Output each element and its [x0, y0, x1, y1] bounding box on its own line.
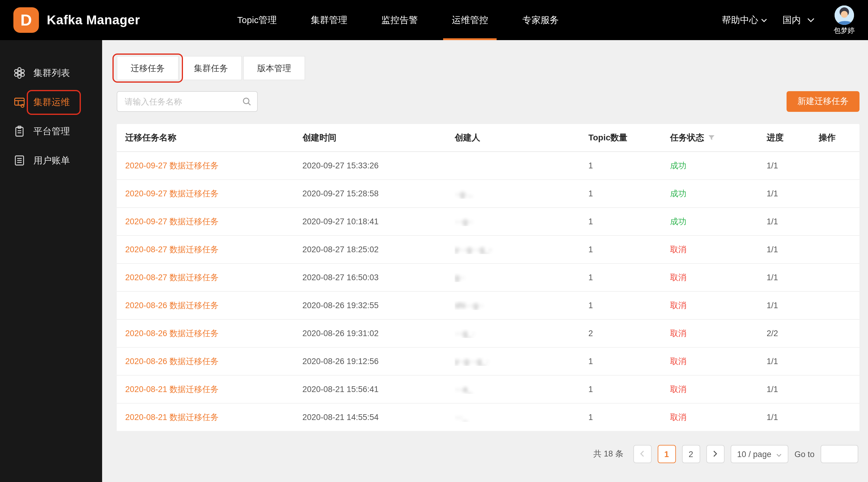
creator-masked-text: y··g···g_·	[455, 357, 489, 366]
task-name-link[interactable]: 2020-09-27 数据迁移任务	[125, 188, 219, 199]
created-time-cell: 2020-08-26 19:12:56	[302, 357, 455, 366]
tab-label: 迁移任务	[131, 63, 165, 73]
topic-count-cell: 1	[588, 413, 670, 422]
sidebar-item-label: 集群运维	[33, 96, 70, 108]
creator-masked-text: y···g···g_-	[455, 245, 492, 254]
progress-cell: 1/1	[767, 161, 818, 170]
sidebar-item-cluster-list[interactable]: 集群列表	[0, 58, 102, 88]
column-header-creator: 创建人	[455, 132, 588, 143]
column-header-topic-count: Topic数量	[588, 132, 670, 143]
main-content: 迁移任务 集群任务 版本管理 新建迁移任务	[102, 40, 868, 482]
nav-topic-management[interactable]: Topic管理	[220, 0, 294, 40]
help-center-link[interactable]: 帮助中心	[722, 14, 767, 26]
brand: D Kafka Manager	[13, 7, 140, 33]
created-time-cell: 2020-08-26 19:31:02	[302, 329, 455, 338]
region-selector[interactable]: 国内	[783, 14, 814, 26]
pagination-next-button[interactable]	[706, 445, 724, 463]
status-cell: 取消	[670, 356, 767, 367]
creator-masked-text: shi···g··	[455, 301, 484, 310]
pagination-prev-button[interactable]	[633, 445, 651, 463]
clipboard-icon	[13, 125, 26, 137]
user-avatar	[835, 5, 854, 25]
task-name-link[interactable]: 2020-08-21 数据迁移任务	[125, 412, 219, 423]
app-title: Kafka Manager	[47, 13, 140, 27]
region-label: 国内	[783, 14, 801, 26]
created-time-cell: 2020-09-27 15:28:58	[302, 189, 455, 198]
sidebar-item-user-billing[interactable]: 用户账单	[0, 146, 102, 175]
sidebar-item-platform-management[interactable]: 平台管理	[0, 117, 102, 146]
search-input[interactable]	[117, 91, 258, 112]
chevron-down-icon	[776, 449, 782, 459]
nav-cluster-management[interactable]: 集群管理	[294, 0, 364, 40]
user-profile[interactable]: 包梦婷	[834, 5, 855, 35]
nav-expert-service[interactable]: 专家服务	[505, 0, 576, 40]
help-center-label: 帮助中心	[722, 14, 758, 26]
status-badge: 成功	[670, 160, 687, 171]
task-name-link[interactable]: 2020-09-27 数据迁移任务	[125, 160, 219, 171]
tab-migration-tasks[interactable]: 迁移任务	[117, 56, 179, 80]
creator-masked-text: g··	[455, 273, 465, 282]
status-badge: 成功	[670, 216, 687, 227]
column-header-label: 任务状态	[670, 132, 704, 143]
created-time-cell: 2020-08-27 18:25:02	[302, 245, 455, 254]
status-badge: 取消	[670, 356, 687, 367]
progress-cell: 1/1	[767, 273, 818, 282]
new-migration-task-button[interactable]: 新建迁移任务	[786, 91, 860, 112]
tab-label: 集群任务	[194, 63, 228, 73]
search-icon[interactable]	[242, 97, 252, 109]
topic-count-cell: 1	[588, 161, 670, 170]
table-row: 2020-08-26 数据迁移任务 2020-08-26 19:32:55 sh…	[117, 292, 860, 320]
goto-label: Go to	[795, 449, 814, 459]
task-name-link[interactable]: 2020-08-27 数据迁移任务	[125, 272, 219, 283]
task-name-link[interactable]: 2020-08-27 数据迁移任务	[125, 244, 219, 255]
pagination-total: 共 18 条	[593, 449, 623, 459]
tab-version-management[interactable]: 版本管理	[243, 56, 305, 80]
status-cell: 取消	[670, 328, 767, 339]
task-name-link[interactable]: 2020-08-26 数据迁移任务	[125, 300, 219, 311]
nav-ops-control[interactable]: 运维管控	[435, 0, 505, 40]
chevron-down-icon	[807, 18, 814, 23]
creator-masked-text: ···g_·	[455, 329, 475, 338]
table-row: 2020-08-26 数据迁移任务 2020-08-26 19:12:56 y·…	[117, 348, 860, 376]
creator-cell: y···g···g_-	[455, 245, 588, 254]
column-header-task-status: 任务状态	[670, 132, 767, 143]
migration-task-table: 迁移任务名称 创建时间 创建人 Topic数量 任务状态 进度 操作 2020-…	[117, 124, 860, 431]
tab-label: 版本管理	[257, 63, 291, 73]
column-header-task-name: 迁移任务名称	[117, 132, 302, 143]
top-navbar: D Kafka Manager Topic管理 集群管理 监控告警 运维管控 专…	[0, 0, 868, 40]
task-name-link[interactable]: 2020-08-26 数据迁移任务	[125, 328, 219, 339]
task-name-link[interactable]: 2020-09-27 数据迁移任务	[125, 216, 219, 227]
toolbar: 新建迁移任务	[117, 91, 860, 112]
page-size-select[interactable]: 10 / page	[730, 445, 788, 463]
status-badge: 取消	[670, 384, 687, 395]
progress-cell: 2/2	[767, 329, 818, 338]
topic-count-cell: 2	[588, 329, 670, 338]
annotation-box-sidebar	[27, 90, 81, 115]
table-row: 2020-09-27 数据迁移任务 2020-09-27 10:18:41 ··…	[117, 208, 860, 236]
creator-cell: ···g_·	[455, 329, 588, 338]
creator-masked-text: ···_	[455, 413, 467, 422]
status-badge: 取消	[670, 300, 687, 311]
creator-cell: y··g···g_·	[455, 357, 588, 366]
task-name-link[interactable]: 2020-08-26 数据迁移任务	[125, 356, 219, 367]
goto-page-input[interactable]	[820, 445, 858, 463]
pagination-page-2[interactable]: 2	[682, 445, 700, 463]
sidebar: 集群列表 集群运维 平	[0, 40, 102, 482]
sidebar-item-cluster-ops[interactable]: 集群运维	[0, 88, 102, 117]
sidebar-item-label: 集群列表	[33, 67, 70, 79]
task-name-link[interactable]: 2020-08-21 数据迁移任务	[125, 384, 219, 395]
status-cell: 取消	[670, 272, 767, 283]
creator-cell: ··g·‥	[455, 189, 588, 198]
app-logo-icon: D	[13, 7, 39, 33]
tab-bar: 迁移任务 集群任务 版本管理	[117, 56, 860, 80]
progress-cell: 1/1	[767, 413, 818, 422]
column-header-created-time: 创建时间	[302, 132, 455, 143]
created-time-cell: 2020-08-27 16:50:03	[302, 273, 455, 282]
created-time-cell: 2020-08-26 19:32:55	[302, 301, 455, 310]
pagination-page-1[interactable]: 1	[657, 445, 676, 463]
status-cell: 取消	[670, 412, 767, 423]
filter-icon[interactable]	[708, 134, 716, 141]
table-row: 2020-08-26 数据迁移任务 2020-08-26 19:31:02 ··…	[117, 320, 860, 348]
tab-cluster-tasks[interactable]: 集群任务	[180, 56, 242, 80]
nav-monitoring-alerts[interactable]: 监控告警	[364, 0, 435, 40]
